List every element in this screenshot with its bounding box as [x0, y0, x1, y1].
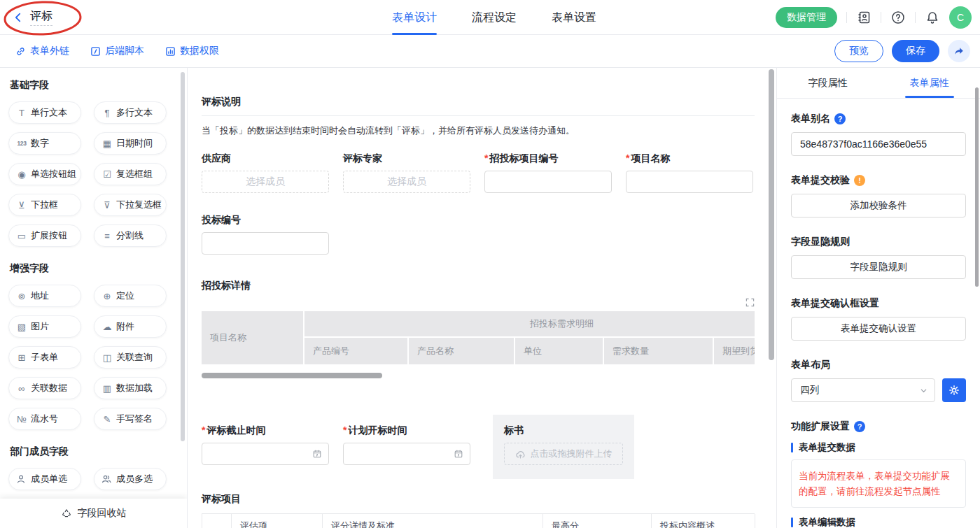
- group-form-alias: 表单别名 ?: [791, 113, 966, 156]
- field-type-serial-number[interactable]: №流水号: [8, 408, 81, 430]
- back-button[interactable]: 评标: [13, 0, 52, 35]
- field-type-signature[interactable]: ✎手写签名: [94, 408, 167, 430]
- save-button[interactable]: 保存: [892, 40, 939, 62]
- data-manage-button[interactable]: 数据管理: [776, 7, 837, 28]
- calendar-icon: ▦: [102, 139, 113, 148]
- bid-deadline-input[interactable]: [202, 443, 329, 465]
- field-type-subform[interactable]: ⊞子表单: [8, 346, 81, 369]
- field-type-checkbox-group[interactable]: ☑复选框组: [94, 163, 167, 185]
- help-badge-icon[interactable]: ?: [854, 421, 865, 432]
- field-type-location[interactable]: ⊕定位: [94, 285, 167, 307]
- address-book-icon[interactable]: [856, 10, 872, 25]
- bid-no-input[interactable]: [202, 232, 329, 255]
- basic-fields-grid: T单行文本 ¶多行文本 123数字 ▦日期时间 ◉单选按钮组 ☑复选框组 ⊻下拉…: [8, 101, 178, 247]
- field-type-multi-line-text[interactable]: ¶多行文本: [94, 101, 167, 124]
- help-badge-icon[interactable]: ?: [834, 113, 846, 124]
- field-type-number[interactable]: 123数字: [8, 132, 81, 155]
- sidebar-scrollbar[interactable]: [181, 72, 185, 441]
- field-palette-sidebar: 基础字段 T单行文本 ¶多行文本 123数字 ▦日期时间 ◉单选按钮组 ☑复选框…: [0, 68, 188, 528]
- subform-col-header: 产品编号: [304, 338, 407, 364]
- field-type-data-load[interactable]: ▥数据加载: [94, 377, 167, 399]
- field-type-divider[interactable]: ≡分割线: [94, 224, 167, 247]
- properties-panel: 字段属性 表单属性 表单别名 ? 表单提交校验 ! 添加校验条件 字段显隐规则 …: [776, 68, 980, 528]
- form-external-link-button[interactable]: 表单外链: [15, 45, 69, 57]
- field-type-address[interactable]: ⊚地址: [8, 285, 81, 307]
- field-row-2: 投标编号: [202, 214, 755, 255]
- field-type-image[interactable]: ▧图片: [8, 315, 81, 338]
- field-type-datetime[interactable]: ▦日期时间: [94, 132, 167, 155]
- tab-field-properties[interactable]: 字段属性: [777, 68, 878, 98]
- field-type-single-line-text[interactable]: T单行文本: [8, 101, 81, 124]
- form-alias-input[interactable]: [791, 132, 966, 156]
- backend-script-button[interactable]: 后端脚本: [90, 45, 144, 57]
- field-tender-project-no[interactable]: 招投标项目编号: [484, 152, 612, 193]
- form-layout-select[interactable]: 四列: [791, 378, 935, 402]
- checkbox-icon: ☑: [102, 170, 113, 179]
- description-field-title[interactable]: 评标说明: [202, 96, 755, 108]
- attachment-upload-button[interactable]: 点击或拖拽附件上传: [504, 443, 623, 465]
- address-pin-icon: ⊚: [16, 292, 27, 301]
- score-table: 评估项 评分详情及标准 最高分 投标内容概述: [202, 513, 755, 528]
- gear-icon: [948, 385, 960, 396]
- description-field-text[interactable]: 当「投标」的数据达到结束时间时会自动流转到「评标」，并给所有评标人员发送待办通知…: [202, 124, 755, 137]
- tab-flow-setting[interactable]: 流程设定: [472, 0, 517, 35]
- field-open-bid-time[interactable]: 计划开标时间: [343, 424, 470, 465]
- field-type-member-multi[interactable]: 成员多选: [94, 468, 167, 490]
- field-type-attachment[interactable]: ☁附件: [94, 315, 167, 338]
- warning-badge-icon[interactable]: !: [854, 175, 865, 186]
- field-bid-deadline[interactable]: 评标截止时间: [202, 424, 329, 465]
- field-type-linked-query[interactable]: ◫关联查询: [94, 346, 167, 369]
- tab-form-properties[interactable]: 表单属性: [878, 68, 980, 98]
- section-title-member-fields: 部门成员字段: [10, 445, 178, 458]
- script-icon: [90, 46, 101, 57]
- submit-confirm-settings-button[interactable]: 表单提交确认设置: [791, 317, 966, 341]
- score-table-title[interactable]: 评标项目: [202, 493, 755, 506]
- help-icon[interactable]: [890, 10, 906, 25]
- subform-toolbar: [202, 298, 755, 307]
- field-type-multi-select[interactable]: ⊽下拉复选框: [94, 194, 167, 216]
- open-bid-time-input[interactable]: [343, 443, 470, 465]
- add-validation-button[interactable]: 添加校验条件: [791, 194, 966, 217]
- field-bid-no[interactable]: 投标编号: [202, 214, 329, 255]
- field-project-name[interactable]: 项目名称: [626, 152, 753, 193]
- tender-project-no-input[interactable]: [484, 171, 612, 193]
- subform-col-header: 需求数量: [604, 338, 713, 364]
- score-col-header: 评估项: [232, 514, 323, 528]
- expand-icon[interactable]: [746, 298, 755, 307]
- share-button[interactable]: [948, 40, 970, 62]
- user-avatar[interactable]: C: [949, 6, 972, 29]
- data-permission-icon: [165, 46, 176, 57]
- project-name-input[interactable]: [626, 171, 753, 193]
- expert-member-picker[interactable]: 选择成员: [343, 171, 470, 193]
- preview-button[interactable]: 预览: [834, 40, 883, 62]
- field-type-select[interactable]: ⊻下拉框: [8, 194, 81, 216]
- data-permission-button[interactable]: 数据权限: [165, 45, 219, 57]
- cloud-icon: ☁: [102, 322, 113, 331]
- tab-form-design[interactable]: 表单设计: [392, 0, 437, 35]
- field-type-radio-group[interactable]: ◉单选按钮组: [8, 163, 81, 185]
- subform-horizontal-scrollbar[interactable]: [202, 373, 382, 378]
- member-multi-icon: [102, 474, 113, 484]
- field-recycle-bin-button[interactable]: 字段回收站: [0, 499, 187, 528]
- field-type-linked-data[interactable]: ∞关联数据: [8, 377, 81, 399]
- panel-scrollbar[interactable]: [975, 87, 979, 287]
- link-icon: [15, 46, 26, 57]
- field-type-extend-button[interactable]: ▭扩展按钮: [8, 224, 81, 247]
- supplier-member-picker[interactable]: 选择成员: [202, 171, 329, 193]
- linked-query-icon: ◫: [102, 353, 113, 362]
- notification-bell-icon[interactable]: [925, 10, 940, 25]
- field-visibility-rules-button[interactable]: 字段显隐规则: [791, 255, 966, 279]
- subform-icon: ⊞: [16, 353, 27, 362]
- form-title[interactable]: 评标: [30, 9, 52, 26]
- field-supplier[interactable]: 供应商 选择成员: [202, 152, 329, 193]
- linked-data-icon: ∞: [16, 384, 27, 393]
- form-design-canvas: 评标说明 当「投标」的数据达到结束时间时会自动流转到「评标」，并给所有评标人员发…: [188, 68, 776, 528]
- layout-settings-button[interactable]: [942, 378, 966, 402]
- canvas-scrollbar[interactable]: [769, 69, 774, 360]
- select-icon: ⊻: [16, 201, 27, 210]
- field-bid-expert[interactable]: 评标专家 选择成员: [343, 152, 470, 193]
- field-type-member-single[interactable]: 成员单选: [8, 468, 81, 490]
- subform-title[interactable]: 招投标详情: [202, 280, 755, 292]
- tab-form-setting[interactable]: 表单设置: [552, 0, 596, 35]
- field-bid-document-selected[interactable]: 标书 点击或拖拽附件上传: [493, 415, 634, 479]
